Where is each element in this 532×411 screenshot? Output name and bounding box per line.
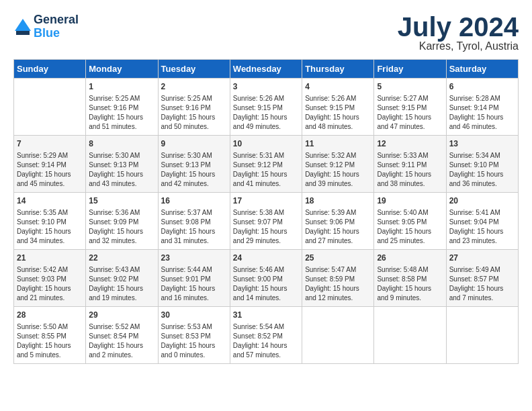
day-info: Sunrise: 5:43 AM Sunset: 9:02 PM Dayligh…	[89, 265, 154, 303]
day-info: Sunrise: 5:27 AM Sunset: 9:15 PM Dayligh…	[377, 94, 443, 132]
calendar-cell: 20Sunrise: 5:41 AM Sunset: 9:04 PM Dayli…	[446, 193, 518, 250]
calendar-cell: 29Sunrise: 5:52 AM Sunset: 8:54 PM Dayli…	[86, 307, 158, 364]
day-number: 8	[89, 138, 154, 150]
calendar-cell: 7Sunrise: 5:29 AM Sunset: 9:14 PM Daylig…	[14, 136, 86, 193]
calendar-cell: 22Sunrise: 5:43 AM Sunset: 9:02 PM Dayli…	[86, 250, 158, 307]
day-info: Sunrise: 5:37 AM Sunset: 9:08 PM Dayligh…	[161, 208, 227, 246]
day-info: Sunrise: 5:32 AM Sunset: 9:12 PM Dayligh…	[305, 151, 371, 189]
logo-icon	[13, 17, 32, 36]
day-number: 7	[17, 138, 83, 150]
calendar-cell: 24Sunrise: 5:46 AM Sunset: 9:00 PM Dayli…	[230, 250, 302, 307]
day-info: Sunrise: 5:52 AM Sunset: 8:54 PM Dayligh…	[89, 322, 154, 360]
day-of-week-monday: Monday	[86, 60, 158, 79]
day-number: 26	[377, 253, 443, 264]
page-header: General Blue July 2024 Karres, Tyrol, Au…	[13, 13, 519, 52]
day-info: Sunrise: 5:36 AM Sunset: 9:09 PM Dayligh…	[89, 208, 154, 246]
calendar-cell: 17Sunrise: 5:38 AM Sunset: 9:07 PM Dayli…	[230, 193, 302, 250]
logo: General Blue	[13, 13, 79, 40]
calendar-cell	[14, 79, 86, 136]
day-info: Sunrise: 5:25 AM Sunset: 9:16 PM Dayligh…	[89, 94, 154, 132]
week-row-5: 28Sunrise: 5:50 AM Sunset: 8:55 PM Dayli…	[14, 307, 519, 364]
day-info: Sunrise: 5:53 AM Sunset: 8:53 PM Dayligh…	[161, 322, 227, 360]
day-info: Sunrise: 5:30 AM Sunset: 9:13 PM Dayligh…	[89, 151, 154, 189]
calendar-cell: 27Sunrise: 5:49 AM Sunset: 8:57 PM Dayli…	[446, 250, 518, 307]
calendar-cell: 13Sunrise: 5:34 AM Sunset: 9:10 PM Dayli…	[446, 136, 518, 193]
svg-marker-0	[15, 19, 31, 31]
calendar-cell: 16Sunrise: 5:37 AM Sunset: 9:08 PM Dayli…	[158, 193, 230, 250]
day-number: 3	[233, 81, 299, 93]
day-info: Sunrise: 5:26 AM Sunset: 9:15 PM Dayligh…	[305, 94, 371, 132]
day-number: 12	[377, 138, 443, 150]
calendar-cell: 2Sunrise: 5:25 AM Sunset: 9:16 PM Daylig…	[158, 79, 230, 136]
week-row-1: 1Sunrise: 5:25 AM Sunset: 9:16 PM Daylig…	[14, 79, 519, 136]
day-of-week-tuesday: Tuesday	[158, 60, 230, 79]
day-info: Sunrise: 5:38 AM Sunset: 9:07 PM Dayligh…	[233, 208, 299, 246]
day-info: Sunrise: 5:49 AM Sunset: 8:57 PM Dayligh…	[449, 265, 515, 303]
calendar-cell: 15Sunrise: 5:36 AM Sunset: 9:09 PM Dayli…	[86, 193, 158, 250]
day-number: 5	[377, 81, 443, 93]
calendar-cell: 26Sunrise: 5:48 AM Sunset: 8:58 PM Dayli…	[374, 250, 446, 307]
week-row-4: 21Sunrise: 5:42 AM Sunset: 9:03 PM Dayli…	[14, 250, 519, 307]
day-number: 22	[89, 253, 154, 264]
day-info: Sunrise: 5:33 AM Sunset: 9:11 PM Dayligh…	[377, 151, 443, 189]
day-number: 25	[305, 253, 371, 264]
day-number: 15	[89, 195, 154, 207]
day-info: Sunrise: 5:28 AM Sunset: 9:14 PM Dayligh…	[449, 94, 515, 132]
day-info: Sunrise: 5:29 AM Sunset: 9:14 PM Dayligh…	[17, 151, 83, 189]
month-title: July 2024	[398, 13, 519, 40]
day-number: 6	[449, 81, 515, 93]
day-number: 28	[17, 310, 83, 321]
calendar-cell: 12Sunrise: 5:33 AM Sunset: 9:11 PM Dayli…	[374, 136, 446, 193]
day-number: 11	[305, 138, 371, 150]
day-number: 19	[377, 195, 443, 207]
calendar-cell: 30Sunrise: 5:53 AM Sunset: 8:53 PM Dayli…	[158, 307, 230, 364]
day-number: 27	[449, 253, 515, 264]
day-info: Sunrise: 5:26 AM Sunset: 9:15 PM Dayligh…	[233, 94, 299, 132]
day-number: 4	[305, 81, 371, 93]
day-of-week-friday: Friday	[374, 60, 446, 79]
day-info: Sunrise: 5:25 AM Sunset: 9:16 PM Dayligh…	[161, 94, 227, 132]
day-number: 21	[17, 253, 83, 264]
day-info: Sunrise: 5:31 AM Sunset: 9:12 PM Dayligh…	[233, 151, 299, 189]
calendar-header: SundayMondayTuesdayWednesdayThursdayFrid…	[14, 60, 519, 79]
day-info: Sunrise: 5:47 AM Sunset: 8:59 PM Dayligh…	[305, 265, 371, 303]
calendar-cell: 28Sunrise: 5:50 AM Sunset: 8:55 PM Dayli…	[14, 307, 86, 364]
calendar-cell: 23Sunrise: 5:44 AM Sunset: 9:01 PM Dayli…	[158, 250, 230, 307]
day-number: 20	[449, 195, 515, 207]
calendar-cell: 9Sunrise: 5:30 AM Sunset: 9:13 PM Daylig…	[158, 136, 230, 193]
day-number: 10	[233, 138, 299, 150]
day-number: 17	[233, 195, 299, 207]
day-info: Sunrise: 5:42 AM Sunset: 9:03 PM Dayligh…	[17, 265, 83, 303]
day-info: Sunrise: 5:30 AM Sunset: 9:13 PM Dayligh…	[161, 151, 227, 189]
day-number: 2	[161, 81, 227, 93]
title-block: July 2024 Karres, Tyrol, Austria	[398, 13, 519, 52]
calendar-cell: 4Sunrise: 5:26 AM Sunset: 9:15 PM Daylig…	[302, 79, 374, 136]
calendar-cell: 6Sunrise: 5:28 AM Sunset: 9:14 PM Daylig…	[446, 79, 518, 136]
day-of-week-saturday: Saturday	[446, 60, 518, 79]
calendar-cell: 11Sunrise: 5:32 AM Sunset: 9:12 PM Dayli…	[302, 136, 374, 193]
svg-rect-1	[16, 31, 30, 35]
calendar-cell: 19Sunrise: 5:40 AM Sunset: 9:05 PM Dayli…	[374, 193, 446, 250]
week-row-2: 7Sunrise: 5:29 AM Sunset: 9:14 PM Daylig…	[14, 136, 519, 193]
location: Karres, Tyrol, Austria	[398, 40, 519, 52]
day-info: Sunrise: 5:34 AM Sunset: 9:10 PM Dayligh…	[449, 151, 515, 189]
calendar-cell: 25Sunrise: 5:47 AM Sunset: 8:59 PM Dayli…	[302, 250, 374, 307]
day-of-week-sunday: Sunday	[14, 60, 86, 79]
calendar-cell	[374, 307, 446, 364]
calendar-cell: 31Sunrise: 5:54 AM Sunset: 8:52 PM Dayli…	[230, 307, 302, 364]
day-number: 9	[161, 138, 227, 150]
day-info: Sunrise: 5:50 AM Sunset: 8:55 PM Dayligh…	[17, 322, 83, 360]
calendar-cell: 18Sunrise: 5:39 AM Sunset: 9:06 PM Dayli…	[302, 193, 374, 250]
day-number: 23	[161, 253, 227, 264]
day-number: 16	[161, 195, 227, 207]
day-info: Sunrise: 5:46 AM Sunset: 9:00 PM Dayligh…	[233, 265, 299, 303]
week-row-3: 14Sunrise: 5:35 AM Sunset: 9:10 PM Dayli…	[14, 193, 519, 250]
day-number: 14	[17, 195, 83, 207]
calendar-cell: 14Sunrise: 5:35 AM Sunset: 9:10 PM Dayli…	[14, 193, 86, 250]
day-info: Sunrise: 5:39 AM Sunset: 9:06 PM Dayligh…	[305, 208, 371, 246]
logo-text: General Blue	[34, 13, 79, 40]
day-of-week-wednesday: Wednesday	[230, 60, 302, 79]
day-info: Sunrise: 5:44 AM Sunset: 9:01 PM Dayligh…	[161, 265, 227, 303]
calendar-cell	[446, 307, 518, 364]
calendar-cell: 8Sunrise: 5:30 AM Sunset: 9:13 PM Daylig…	[86, 136, 158, 193]
